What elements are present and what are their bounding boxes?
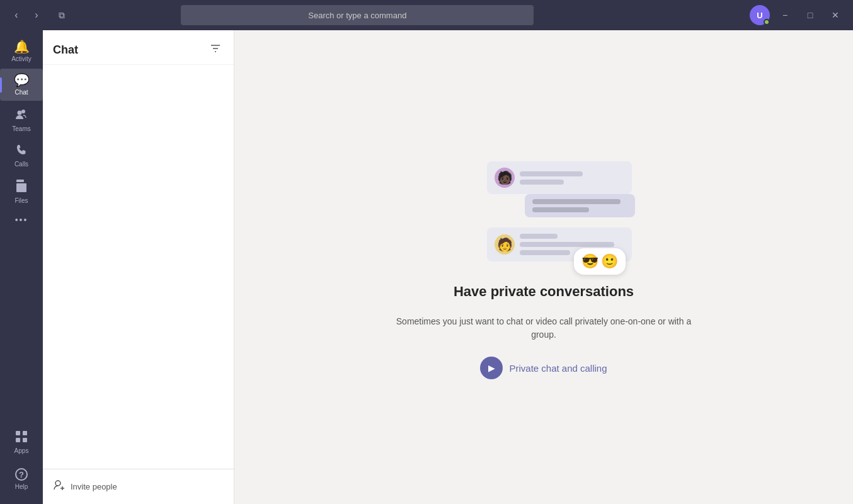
invite-icon (53, 479, 66, 494)
back-button[interactable]: ‹ (8, 6, 25, 24)
titlebar: ‹ › ⧉ U − □ ✕ (0, 0, 853, 30)
activity-icon: 🔔 (14, 40, 30, 53)
sidebar-item-chat[interactable]: 💬 Chat (0, 69, 43, 101)
sidebar-label-help: Help (15, 483, 28, 490)
svg-rect-7 (23, 438, 27, 442)
svg-point-1 (18, 111, 22, 115)
svg-rect-5 (23, 431, 27, 435)
sidebar-item-apps[interactable]: Apps (0, 425, 43, 459)
svg-rect-4 (16, 431, 20, 435)
main-subtext: Sometimes you just want to chat or video… (392, 315, 695, 341)
avatar[interactable]: U (750, 5, 770, 25)
sidebar-item-files[interactable]: Files (0, 174, 43, 209)
emoji-sunglasses: 😎 (581, 253, 598, 270)
avatar-1: 🧑🏿 (495, 168, 515, 188)
sidebar-label-chat: Chat (14, 89, 28, 96)
svg-rect-6 (16, 438, 20, 442)
bubble-line (532, 199, 621, 204)
sidebar-item-help[interactable]: ? Help (0, 463, 43, 495)
bubble-line (520, 180, 564, 185)
bubble-line (532, 207, 589, 212)
chat-bubble-1: 🧑🏿 (487, 161, 632, 194)
sidebar: 🔔 Activity 💬 Chat Teams (0, 30, 43, 504)
illustration: 🧑🏿 🧑 😎 (449, 155, 638, 268)
invite-people-button[interactable]: Invite people (53, 477, 117, 496)
chat-panel-body (43, 65, 234, 469)
avatar-2: 🧑 (495, 234, 515, 255)
sidebar-item-teams[interactable]: Teams (0, 102, 43, 137)
titlebar-right: U − □ ✕ (750, 5, 845, 25)
app-body: 🔔 Activity 💬 Chat Teams (0, 30, 853, 504)
chat-panel-footer: Invite people (43, 469, 234, 504)
popout-button[interactable]: ⧉ (53, 6, 71, 24)
cta-link[interactable]: ▶ Private chat and calling (480, 357, 607, 379)
sidebar-bottom: Apps ? Help (0, 425, 43, 504)
main-content: 🧑🏿 🧑 😎 (234, 30, 853, 504)
more-icon: ••• (15, 215, 28, 224)
help-icon: ? (15, 468, 28, 481)
sidebar-item-more[interactable]: ••• (0, 210, 43, 229)
play-button-icon: ▶ (480, 357, 503, 379)
search-input[interactable] (181, 5, 534, 25)
invite-people-label: Invite people (71, 482, 117, 491)
forward-button[interactable]: › (28, 6, 45, 24)
svg-rect-2 (16, 180, 24, 182)
maximize-button[interactable]: □ (800, 6, 820, 24)
chat-icon: 💬 (14, 74, 30, 86)
main-heading: Have private conversations (454, 284, 634, 300)
svg-point-8 (55, 481, 60, 486)
bubble-line (520, 171, 583, 176)
sidebar-item-activity[interactable]: 🔔 Activity (0, 35, 43, 67)
calls-icon (15, 144, 28, 158)
close-button[interactable]: ✕ (825, 6, 845, 24)
status-indicator (764, 19, 770, 25)
svg-point-0 (21, 110, 25, 113)
svg-rect-3 (16, 183, 26, 192)
emoji-reaction-box: 😎 🙂 (574, 248, 626, 275)
sidebar-label-calls: Calls (14, 161, 28, 168)
bubble-lines-1 (520, 171, 583, 185)
filter-button[interactable] (207, 40, 224, 59)
sidebar-label-teams: Teams (12, 125, 30, 132)
chat-bubble-reply (525, 194, 635, 217)
teams-icon (14, 107, 28, 123)
sidebar-label-apps: Apps (14, 447, 29, 454)
bubble-line (520, 234, 558, 239)
files-icon (15, 179, 28, 195)
cta-label: Private chat and calling (509, 363, 607, 374)
nav-buttons: ‹ › (8, 6, 45, 24)
chat-panel-title: Chat (53, 43, 78, 57)
chat-panel-header: Chat (43, 30, 234, 65)
emoji-smile: 🙂 (601, 253, 618, 270)
apps-icon (15, 430, 28, 445)
sidebar-label-files: Files (14, 197, 28, 204)
sidebar-item-calls[interactable]: Calls (0, 139, 43, 173)
bubble-line (520, 250, 570, 255)
minimize-button[interactable]: − (775, 6, 795, 24)
bubble-line (520, 242, 614, 247)
sidebar-label-activity: Activity (11, 55, 31, 62)
chat-panel: Chat Invite people (43, 30, 234, 504)
